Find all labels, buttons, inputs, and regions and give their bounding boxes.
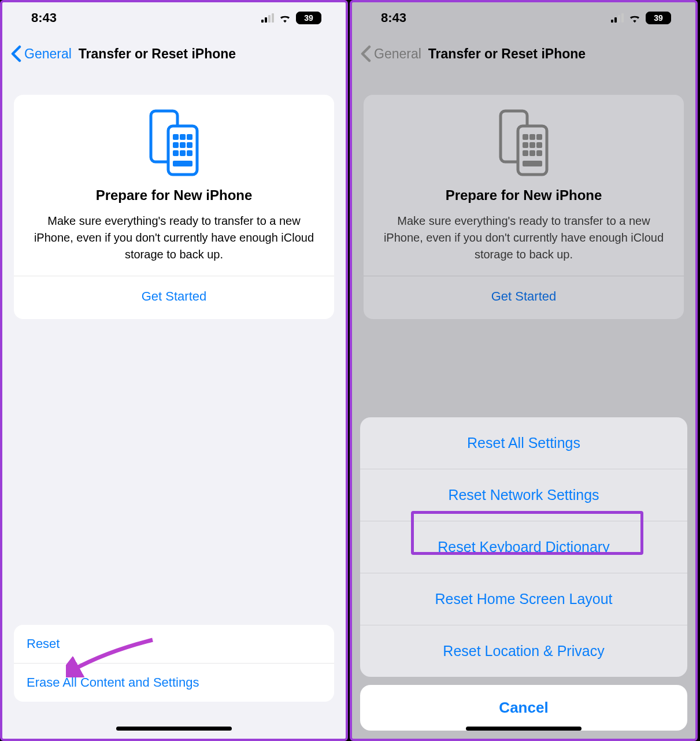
svg-rect-4 — [187, 134, 192, 140]
svg-rect-23 — [523, 161, 542, 166]
action-sheet-container: Reset All Settings Reset Network Setting… — [352, 417, 695, 739]
screenshot-left: 8:43 39 General Transfer or Reset iPhone… — [0, 0, 348, 741]
battery-icon: 39 — [296, 12, 321, 24]
status-right: 39 — [261, 12, 321, 24]
wifi-icon — [628, 13, 641, 23]
status-bar: 8:43 39 — [352, 2, 695, 34]
svg-rect-5 — [173, 142, 179, 148]
cancel-button[interactable]: Cancel — [360, 685, 687, 731]
card-heading: Prepare for New iPhone — [374, 187, 673, 203]
get-started-button: Get Started — [374, 276, 673, 319]
get-started-button[interactable]: Get Started — [24, 276, 324, 319]
svg-rect-8 — [173, 150, 179, 156]
status-time: 8:43 — [381, 10, 406, 25]
sheet-option-reset-home[interactable]: Reset Home Screen Layout — [360, 573, 687, 625]
svg-rect-16 — [536, 134, 542, 140]
svg-rect-2 — [173, 134, 179, 140]
svg-rect-7 — [187, 142, 192, 148]
sheet-option-reset-network[interactable]: Reset Network Settings — [360, 469, 687, 521]
page-title: Transfer or Reset iPhone — [79, 46, 236, 62]
back-button[interactable]: General — [24, 46, 72, 62]
svg-rect-10 — [187, 150, 192, 156]
transfer-illustration — [24, 109, 324, 178]
card-heading: Prepare for New iPhone — [24, 187, 324, 203]
back-chevron-icon[interactable] — [10, 45, 22, 62]
card-body: Make sure everything's ready to transfer… — [24, 213, 324, 263]
nav-header: General Transfer or Reset iPhone — [352, 34, 695, 73]
reset-row[interactable]: Reset — [14, 625, 334, 663]
screenshot-right: 8:43 39 General Transfer or Reset iPhone… — [350, 0, 698, 741]
prepare-card: Prepare for New iPhone Make sure everyth… — [364, 95, 684, 319]
status-time: 8:43 — [31, 10, 57, 25]
home-indicator[interactable] — [466, 727, 582, 731]
battery-icon: 39 — [646, 12, 671, 24]
svg-rect-3 — [180, 134, 186, 140]
card-body: Make sure everything's ready to transfer… — [374, 213, 673, 263]
wifi-icon — [279, 13, 291, 23]
svg-rect-21 — [529, 150, 535, 156]
svg-rect-17 — [523, 142, 528, 148]
svg-rect-20 — [523, 150, 528, 156]
svg-rect-11 — [173, 161, 192, 166]
sheet-option-reset-all[interactable]: Reset All Settings — [360, 417, 687, 469]
signal-icon — [261, 13, 274, 23]
status-bar: 8:43 39 — [2, 2, 346, 34]
svg-rect-9 — [180, 150, 186, 156]
page-title: Transfer or Reset iPhone — [428, 46, 586, 62]
bottom-option-list: Reset Erase All Content and Settings — [14, 625, 334, 702]
status-right: 39 — [611, 12, 671, 24]
svg-rect-22 — [536, 150, 542, 156]
svg-rect-19 — [536, 142, 542, 148]
sheet-option-reset-keyboard[interactable]: Reset Keyboard Dictionary — [360, 521, 687, 573]
svg-rect-18 — [529, 142, 535, 148]
reset-action-sheet: Reset All Settings Reset Network Setting… — [360, 417, 687, 677]
nav-header: General Transfer or Reset iPhone — [2, 34, 346, 73]
back-chevron-icon — [360, 45, 372, 62]
sheet-option-reset-location[interactable]: Reset Location & Privacy — [360, 625, 687, 677]
erase-row[interactable]: Erase All Content and Settings — [14, 663, 334, 702]
svg-rect-6 — [180, 142, 186, 148]
prepare-card: Prepare for New iPhone Make sure everyth… — [14, 95, 334, 319]
svg-rect-14 — [523, 134, 528, 140]
signal-icon — [611, 13, 624, 23]
back-button: General — [374, 46, 421, 62]
home-indicator[interactable] — [116, 727, 232, 731]
transfer-illustration — [374, 109, 673, 178]
svg-rect-15 — [529, 134, 535, 140]
